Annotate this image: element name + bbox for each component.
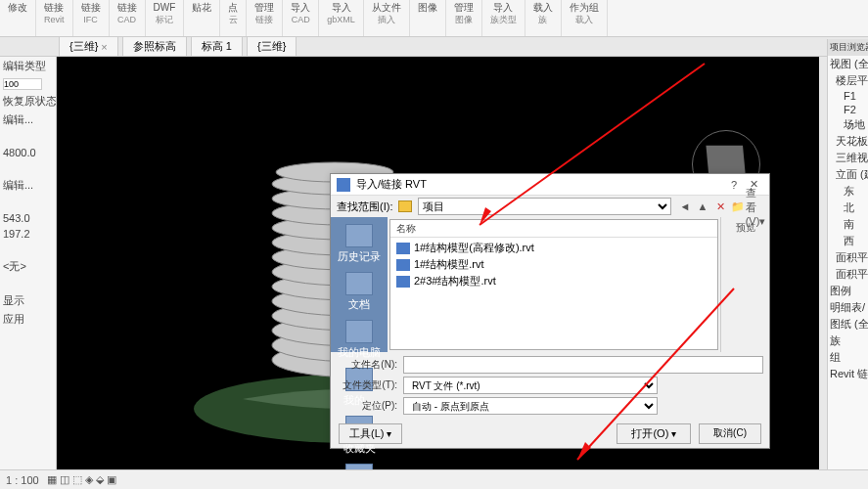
- file-pane: 名称 1#结构模型(高程修改).rvt 1#结构模型.rvt 2#3#结构模型.…: [389, 219, 718, 350]
- rg-9[interactable]: 导入gbXML: [319, 0, 364, 36]
- position-select[interactable]: 自动 - 原点到原点: [403, 397, 658, 415]
- tab-3[interactable]: {三维}: [247, 36, 297, 57]
- node-area2[interactable]: 面积平面: [828, 266, 868, 283]
- node-south[interactable]: 南: [828, 216, 868, 233]
- rg-15[interactable]: 作为组载入: [562, 0, 608, 36]
- edit-button-2[interactable]: 编辑...: [0, 176, 56, 195]
- tab-1[interactable]: 参照标高: [122, 36, 187, 57]
- folder-icon: [398, 200, 412, 212]
- file-list: 1#结构模型(高程修改).rvt 1#结构模型.rvt 2#3#结构模型.rvt: [390, 238, 717, 349]
- properties-panel: 编辑类型 恢复原状态 编辑... 4800.0 编辑... 543.0 197.…: [0, 57, 57, 469]
- view-tabs: {三维}× 参照标高 标高 1 {三维}: [0, 37, 868, 57]
- rg-0[interactable]: 修改: [0, 0, 36, 36]
- cancel-button[interactable]: 取消(C): [699, 423, 761, 444]
- rg-2[interactable]: 链接IFC: [73, 0, 110, 36]
- node-sheets[interactable]: 图纸 (全: [828, 316, 868, 333]
- rg-8[interactable]: 导入CAD: [283, 0, 319, 36]
- file-row[interactable]: 1#结构模型(高程修改).rvt: [392, 240, 715, 256]
- node-views[interactable]: 视图 (全: [828, 56, 868, 72]
- import-link-dialog: 导入/链接 RVT ? ✕ 查找范围(I): 项目 ◄ ▲ ✕ 📁 查看(V)▾…: [330, 173, 770, 449]
- node-links[interactable]: Revit 链接: [828, 366, 868, 382]
- edit-type-button[interactable]: 编辑类型: [0, 57, 56, 75]
- scale-label[interactable]: 1 : 100: [6, 474, 39, 486]
- file-row[interactable]: 1#结构模型.rvt: [392, 256, 715, 273]
- rg-7[interactable]: 管理链接: [247, 0, 283, 36]
- node-floorplans[interactable]: 楼层平面: [828, 72, 868, 89]
- lookin-label: 查找范围(I):: [337, 200, 392, 214]
- place-docs[interactable]: 文档: [335, 269, 384, 315]
- dialog-actions: 工具(L) ▾ 打开(O) ▾ 取消(C): [331, 419, 769, 448]
- help-button[interactable]: ?: [724, 179, 744, 191]
- value-543: 543.0: [0, 210, 56, 226]
- status-icons[interactable]: ▦ ◫ ⬚ ◈ ⬙ ▣: [47, 473, 116, 486]
- scale-input[interactable]: [3, 78, 42, 90]
- node-north[interactable]: 北: [828, 200, 868, 216]
- rg-5[interactable]: 贴花: [184, 0, 220, 36]
- up-icon[interactable]: ▲: [695, 199, 710, 214]
- restore-label: 恢复原状态: [0, 92, 56, 111]
- filetype-select[interactable]: RVT 文件 (*.rvt): [403, 377, 658, 394]
- file-header[interactable]: 名称: [390, 220, 717, 238]
- preview-pane: 预览: [720, 217, 769, 352]
- rg-11[interactable]: 图像: [410, 0, 446, 36]
- ribbon: 修改 链接Revit 链接IFC 链接CAD DWF标记 贴花 点云 管理链接 …: [0, 0, 868, 37]
- rg-14[interactable]: 载入族: [525, 0, 562, 36]
- node-area1[interactable]: 面积平面: [828, 249, 868, 266]
- revit-icon: [337, 178, 350, 192]
- tab-2[interactable]: 标高 1: [191, 36, 243, 57]
- delete-icon[interactable]: ✕: [712, 199, 728, 214]
- status-bar: 1 : 100 ▦ ◫ ⬚ ◈ ⬙ ▣: [0, 469, 868, 489]
- node-families[interactable]: 族: [828, 333, 868, 349]
- rvt-icon: [396, 259, 410, 271]
- rg-13[interactable]: 导入族类型: [482, 0, 525, 36]
- rg-10[interactable]: 从文件插入: [364, 0, 410, 36]
- node-f1[interactable]: F1: [828, 89, 868, 103]
- node-schedules[interactable]: 明细表/: [828, 299, 868, 316]
- open-button[interactable]: 打开(O) ▾: [617, 423, 691, 444]
- project-browser: 项目浏览器 - 项 视图 (全 楼层平面 F1 F2 场地 天花板 三维视图 立…: [827, 39, 868, 489]
- views-button[interactable]: 查看(V)▾: [748, 199, 763, 214]
- rg-4[interactable]: DWF标记: [146, 0, 185, 36]
- node-elev[interactable]: 立面 (建: [828, 166, 868, 183]
- lookin-select[interactable]: 项目: [418, 198, 671, 215]
- rg-12[interactable]: 管理图像: [446, 0, 482, 36]
- tab-0[interactable]: {三维}×: [59, 36, 118, 57]
- rg-3[interactable]: 链接CAD: [110, 0, 146, 36]
- back-icon[interactable]: ◄: [677, 199, 693, 214]
- place-history[interactable]: 历史记录: [335, 221, 384, 267]
- newfolder-icon[interactable]: 📁: [730, 199, 746, 214]
- node-east[interactable]: 东: [828, 183, 868, 200]
- value-197: 197.2: [0, 226, 56, 242]
- dialog-toolbar: ◄ ▲ ✕ 📁 查看(V)▾: [677, 199, 763, 214]
- file-row[interactable]: 2#3#结构模型.rvt: [392, 273, 715, 289]
- none-label: <无>: [0, 257, 56, 276]
- dialog-bottom: 文件名(N): 文件类型(T): RVT 文件 (*.rvt) 定位(P): 自…: [331, 352, 769, 419]
- close-icon[interactable]: ×: [101, 41, 107, 53]
- show-label: 显示: [0, 291, 56, 310]
- node-site[interactable]: 场地: [828, 116, 868, 133]
- node-3d[interactable]: 三维视图: [828, 150, 868, 166]
- position-label: 定位(P):: [337, 399, 397, 413]
- dialog-title: 导入/链接 RVT: [356, 177, 724, 192]
- places-bar: 历史记录 文档 我的电脑 我的… 收藏夹 桌面: [331, 217, 388, 352]
- node-west[interactable]: 西: [828, 233, 868, 249]
- browser-title: 项目浏览器 - 项: [828, 39, 868, 56]
- tools-button[interactable]: 工具(L) ▾: [339, 423, 402, 444]
- edit-button-1[interactable]: 编辑...: [0, 111, 56, 129]
- filename-label: 文件名(N):: [337, 358, 397, 372]
- nav-bar[interactable]: [819, 57, 827, 469]
- rg-6[interactable]: 点云: [220, 0, 247, 36]
- lookin-row: 查找范围(I): 项目 ◄ ▲ ✕ 📁 查看(V)▾: [331, 196, 769, 217]
- filetype-label: 文件类型(T):: [337, 378, 397, 392]
- dialog-titlebar: 导入/链接 RVT ? ✕: [331, 174, 769, 196]
- rg-1[interactable]: 链接Revit: [36, 0, 73, 36]
- rvt-icon: [396, 243, 410, 254]
- node-legends[interactable]: 图例: [828, 283, 868, 299]
- node-groups[interactable]: 组: [828, 349, 868, 366]
- node-ceiling[interactable]: 天花板: [828, 133, 868, 150]
- value-4800: 4800.0: [0, 145, 56, 160]
- filename-input[interactable]: [403, 356, 763, 374]
- apply-button[interactable]: 应用: [0, 310, 56, 329]
- rvt-icon: [396, 276, 410, 288]
- node-f2[interactable]: F2: [828, 103, 868, 116]
